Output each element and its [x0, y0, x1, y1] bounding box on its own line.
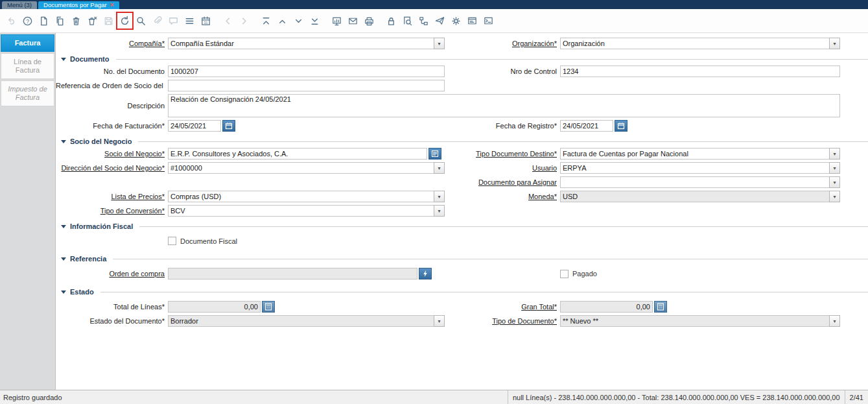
purchase-order-input[interactable] — [168, 268, 417, 279]
target-doc-type-select[interactable]: ▾ — [560, 148, 840, 160]
archive-icon[interactable] — [345, 12, 361, 29]
chevron-down-icon[interactable]: ▾ — [829, 38, 840, 49]
company-label[interactable]: Compañía* — [56, 40, 165, 47]
copy-record-icon[interactable] — [52, 12, 68, 29]
detail-record-icon[interactable] — [236, 12, 252, 29]
chevron-down-icon[interactable]: ▾ — [829, 176, 840, 188]
last-record-icon[interactable] — [307, 12, 323, 29]
total-lines-input[interactable] — [168, 301, 261, 313]
organization-select[interactable]: ▾ — [560, 38, 840, 49]
doc-type-label[interactable]: Tipo de Documento* — [448, 317, 557, 325]
section-header-socio[interactable]: Socio del Negocio — [56, 137, 868, 145]
organization-label[interactable]: Organización* — [448, 40, 557, 47]
fiscal-document-checkbox[interactable] — [168, 237, 176, 245]
price-list-label[interactable]: Lista de Precios* — [56, 193, 165, 200]
refresh-icon[interactable] — [117, 12, 133, 29]
grand-total-label[interactable]: Gran Total* — [448, 303, 557, 311]
grand-total-calculator-button[interactable] — [654, 301, 667, 313]
chevron-down-icon[interactable]: ▾ — [434, 205, 445, 217]
send-request-icon[interactable] — [432, 12, 448, 29]
section-header-referencia[interactable]: Referencia — [56, 255, 868, 263]
doc-type-input[interactable] — [560, 315, 840, 327]
section-header-fiscal[interactable]: Información Fiscal — [56, 222, 868, 230]
find-icon[interactable] — [133, 12, 149, 29]
assign-doc-input[interactable] — [560, 176, 840, 188]
paid-checkbox[interactable] — [560, 270, 569, 278]
currency-select[interactable]: ▾ — [560, 191, 840, 202]
delete-record-icon[interactable] — [68, 12, 84, 29]
chevron-down-icon[interactable]: ▾ — [434, 191, 445, 202]
tab-documentos-por-pagar[interactable]: Documentos por Pagar × — [38, 1, 119, 9]
doc-type-select[interactable]: ▾ — [560, 315, 840, 327]
settings-icon[interactable] — [448, 12, 464, 29]
chevron-down-icon[interactable]: ▾ — [434, 315, 445, 327]
tab-impuesto-de-factura[interactable]: Impuesto de Factura — [1, 80, 54, 106]
description-textarea[interactable]: Relación de Consignación 24/05/2021 — [168, 94, 840, 117]
new-record-icon[interactable] — [36, 12, 52, 29]
user-input[interactable] — [560, 162, 840, 174]
conversion-type-select[interactable]: ▾ — [168, 205, 445, 217]
parent-record-icon[interactable] — [220, 12, 236, 29]
window-icon[interactable] — [464, 12, 480, 29]
report-icon[interactable] — [329, 12, 345, 29]
currency-label[interactable]: Moneda* — [448, 193, 557, 200]
tab-menu[interactable]: Menú (3) — [2, 1, 37, 9]
purchase-order-label[interactable]: Orden de compra — [56, 270, 165, 278]
first-record-icon[interactable] — [258, 12, 274, 29]
company-input[interactable] — [168, 38, 445, 49]
attachment-icon[interactable] — [149, 12, 165, 29]
invoice-date-calendar-button[interactable] — [222, 120, 235, 132]
chevron-down-icon[interactable]: ▾ — [829, 162, 840, 174]
help-icon[interactable]: ? — [19, 12, 36, 29]
zoom-across-icon[interactable] — [399, 12, 416, 29]
grid-toggle-icon[interactable] — [182, 12, 198, 29]
tab-factura[interactable]: Factura — [1, 34, 54, 52]
save-icon[interactable] — [100, 12, 117, 29]
user-select[interactable]: ▾ — [560, 162, 840, 174]
chevron-down-icon[interactable]: ▾ — [829, 148, 840, 160]
undo-icon[interactable] — [3, 12, 19, 29]
bp-order-ref-input[interactable] — [168, 80, 445, 91]
currency-input[interactable] — [560, 191, 840, 202]
account-date-input[interactable] — [560, 120, 613, 132]
workflow-icon[interactable] — [416, 12, 432, 29]
previous-record-icon[interactable] — [274, 12, 290, 29]
price-list-input[interactable] — [168, 191, 445, 202]
company-select[interactable]: ▾ — [168, 38, 445, 49]
assign-doc-select[interactable]: ▾ — [560, 176, 840, 188]
chevron-down-icon[interactable]: ▾ — [829, 191, 840, 202]
purchase-order-search-button[interactable] — [419, 268, 432, 279]
chevron-down-icon[interactable]: ▾ — [434, 38, 445, 49]
organization-input[interactable] — [560, 38, 840, 49]
lock-icon[interactable] — [383, 12, 399, 29]
business-partner-label[interactable]: Socio del Negocio* — [56, 150, 165, 158]
doc-status-select[interactable]: ▾ — [168, 315, 445, 327]
account-date-calendar-button[interactable] — [615, 120, 628, 132]
total-lines-calculator-button[interactable] — [262, 301, 275, 313]
invoice-date-input[interactable] — [168, 120, 221, 132]
chat-icon[interactable] — [165, 12, 182, 29]
price-list-select[interactable]: ▾ — [168, 191, 445, 202]
target-doc-type-label[interactable]: Tipo Documento Destino* — [448, 150, 557, 158]
close-tab-icon[interactable]: × — [110, 2, 114, 8]
conversion-type-label[interactable]: Tipo de Conversión* — [56, 207, 165, 215]
bp-address-select[interactable]: ▾ — [168, 162, 445, 174]
grand-total-input[interactable] — [560, 301, 653, 313]
conversion-type-input[interactable] — [168, 205, 445, 217]
next-record-icon[interactable] — [290, 12, 307, 29]
section-header-documento[interactable]: Documento — [56, 55, 868, 63]
assign-doc-label[interactable]: Documento para Asignar — [448, 178, 557, 186]
user-label[interactable]: Usuario — [448, 164, 557, 172]
chevron-down-icon[interactable]: ▾ — [434, 162, 445, 174]
calendar-icon[interactable]: 31 — [198, 12, 214, 29]
bp-address-label[interactable]: Dirección del Socio del Negocio* — [56, 164, 165, 172]
target-doc-type-input[interactable] — [560, 148, 840, 160]
doc-no-input[interactable] — [168, 65, 445, 77]
chevron-down-icon[interactable]: ▾ — [829, 315, 840, 327]
console-icon[interactable] — [480, 12, 497, 29]
section-header-estado[interactable]: Estado — [56, 288, 868, 296]
print-icon[interactable] — [361, 12, 377, 29]
business-partner-info-button[interactable] — [428, 148, 441, 160]
doc-status-input[interactable] — [168, 315, 445, 327]
control-no-input[interactable] — [560, 65, 840, 77]
